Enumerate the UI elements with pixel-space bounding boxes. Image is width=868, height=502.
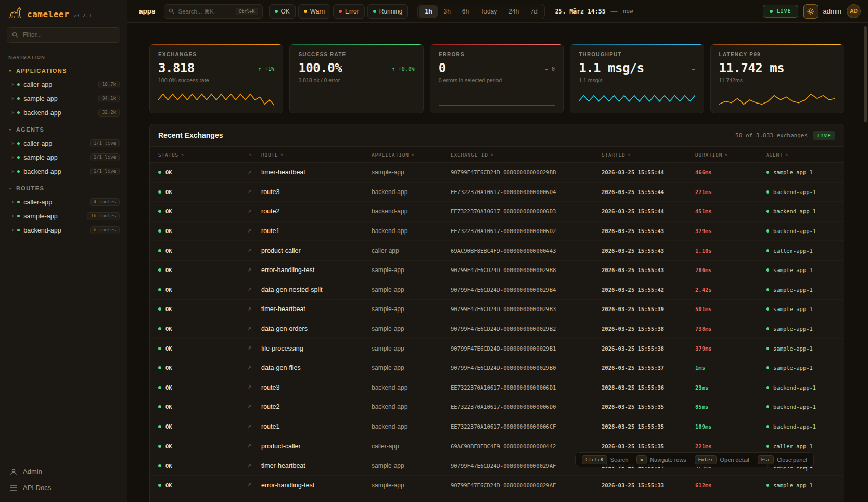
table-row[interactable]: OK↗error-handling-testsample-app90799F47… bbox=[150, 261, 844, 280]
table-row[interactable]: OK↗timer-heartbeatsample-app90799F47E6CD… bbox=[150, 163, 844, 183]
filter-chip-error[interactable]: Error bbox=[333, 4, 365, 19]
sparkline-chart bbox=[298, 91, 414, 108]
stat-card-exchanges: EXCHANGES3.818↑ +1%100.0% success rate bbox=[149, 44, 283, 113]
live-toggle-button[interactable]: LIVE bbox=[763, 5, 798, 18]
time-range-3h[interactable]: 3h bbox=[438, 5, 456, 18]
status-text: OK bbox=[165, 443, 172, 449]
agent-dot-icon bbox=[766, 327, 769, 330]
section-header-applications[interactable]: ▼APPLICATIONS bbox=[0, 61, 127, 78]
application-cell: backend-app bbox=[372, 423, 451, 430]
table-row[interactable]: OK↗route2backend-appEE7322370A10617-0000… bbox=[150, 202, 844, 222]
sidebar-item-backend-app[interactable]: ›backend-app32.2k bbox=[0, 106, 127, 120]
search-input[interactable] bbox=[177, 8, 233, 15]
sidebar-item-backend-app[interactable]: ›backend-app1/1 live bbox=[0, 164, 127, 178]
col-header-exchange-id[interactable]: EXCHANGE ID⇅ bbox=[451, 152, 602, 158]
card-trend: ↑ +0.0% bbox=[392, 66, 415, 72]
table-row[interactable]: OK↗route3backend-appEE7322370A10617-0000… bbox=[150, 495, 844, 502]
status-cell: OK bbox=[158, 482, 247, 488]
sidebar-item-sample-app[interactable]: ›sample-app16 routes bbox=[0, 209, 127, 223]
exchange-type-icon: ↗ bbox=[247, 365, 261, 371]
filter-chip-running[interactable]: Running bbox=[367, 4, 409, 19]
agent-name: backend-app-1 bbox=[773, 228, 816, 234]
status-cell: OK bbox=[158, 365, 247, 371]
item-badge: 32.2k bbox=[98, 109, 120, 117]
exchange-type-icon: ↗ bbox=[247, 482, 261, 488]
status-cell: OK bbox=[158, 423, 247, 430]
sort-icon: ⇅ bbox=[628, 152, 631, 157]
item-label: caller-app bbox=[23, 81, 95, 88]
table-row[interactable]: OK↗route1backend-appEE7322370A10617-0000… bbox=[150, 417, 844, 437]
exchange-type-icon: ↗ bbox=[247, 462, 261, 469]
table-row[interactable]: OK↗file-processingsample-app90799F47E6CD… bbox=[150, 339, 844, 358]
col-header-duration[interactable]: DURATION⇅ bbox=[695, 152, 766, 158]
status-cell: OK bbox=[158, 208, 247, 214]
status-text: OK bbox=[165, 306, 172, 312]
agent-cell: backend-app-1 bbox=[766, 384, 835, 391]
agent-dot-icon bbox=[766, 366, 769, 369]
section-header-agents[interactable]: ▼AGENTS bbox=[0, 120, 127, 136]
col-label: DURATION bbox=[695, 152, 722, 158]
sidebar-item-sample-app[interactable]: ›sample-app1/1 live bbox=[0, 150, 127, 164]
application-cell: backend-app bbox=[372, 403, 451, 410]
sidebar-filter[interactable] bbox=[7, 27, 120, 43]
table-row[interactable]: OK↗data-gen-orderssample-app90799F47E6CD… bbox=[150, 319, 844, 339]
status-cell: OK bbox=[158, 248, 247, 254]
sidebar-item-sample-app[interactable]: ›sample-app84.1k bbox=[0, 92, 127, 106]
route-cell: data-gen-files bbox=[261, 364, 372, 371]
agent-dot-icon bbox=[766, 405, 769, 408]
global-search[interactable]: Ctrl+K bbox=[164, 4, 263, 19]
time-range-1h[interactable]: 1h bbox=[419, 5, 438, 18]
exchange-type-icon: ↗ bbox=[247, 169, 261, 176]
section-header-routes[interactable]: ▼ROUTES bbox=[0, 178, 127, 195]
time-range-24h[interactable]: 24h bbox=[503, 5, 525, 18]
table-row[interactable]: OK↗route3backend-appEE7322370A10617-0000… bbox=[150, 378, 844, 398]
search-icon bbox=[12, 32, 18, 38]
table-row[interactable]: OK↗error-handling-testsample-app90799F47… bbox=[150, 476, 844, 496]
username-label: admin bbox=[823, 7, 841, 15]
time-range-7d[interactable]: 7d bbox=[525, 5, 543, 18]
table-row[interactable]: OK↗route2backend-appEE7322370A10617-0000… bbox=[150, 397, 844, 417]
item-badge: 84.1k bbox=[98, 95, 120, 102]
footer-api-docs[interactable]: API Docs bbox=[0, 480, 127, 496]
status-text: OK bbox=[165, 248, 172, 254]
duration-cell: 2.42s bbox=[695, 287, 766, 293]
col-header-route[interactable]: ROUTE⇅ bbox=[261, 152, 372, 158]
topbar: apps Ctrl+K OKWarnErrorRunning 1h3h6hTod… bbox=[127, 0, 868, 23]
filter-chip-ok[interactable]: OK bbox=[269, 4, 296, 19]
agent-dot-icon bbox=[766, 171, 769, 174]
shortcut-label: Navigate rows bbox=[650, 457, 686, 463]
time-range-6h[interactable]: 6h bbox=[456, 5, 475, 18]
col-header-started[interactable]: STARTED⇅ bbox=[602, 152, 695, 158]
agent-name: caller-app-1 bbox=[773, 248, 813, 254]
table-row[interactable]: OK↗timer-heartbeatsample-app90799F47E6CD… bbox=[150, 300, 844, 319]
time-range-today[interactable]: Today bbox=[475, 5, 503, 18]
filter-chip-warn[interactable]: Warn bbox=[298, 4, 330, 19]
col-header-icon[interactable]: ⇅ bbox=[247, 152, 261, 157]
filter-input[interactable] bbox=[22, 31, 115, 39]
sort-icon: ⇅ bbox=[249, 152, 252, 157]
card-title: ERRORS bbox=[439, 52, 555, 57]
sidebar-item-caller-app[interactable]: ›caller-app1/1 live bbox=[0, 136, 127, 150]
duration-cell: 1.10s bbox=[695, 248, 766, 254]
sidebar-item-caller-app[interactable]: ›caller-app4 routes bbox=[0, 195, 127, 209]
sidebar-item-caller-app[interactable]: ›caller-app10.7k bbox=[0, 78, 127, 92]
table-row[interactable]: OK↗route1backend-appEE7322370A10617-0000… bbox=[150, 222, 844, 241]
live-dot-icon bbox=[770, 10, 773, 13]
col-header-application[interactable]: APPLICATION⇅ bbox=[372, 152, 451, 158]
table-row[interactable]: OK↗data-gen-nested-splitsample-app90799F… bbox=[150, 280, 844, 300]
application-cell: sample-app bbox=[372, 462, 451, 469]
theme-toggle-button[interactable] bbox=[803, 4, 818, 19]
col-header-agent[interactable]: AGENT⇅ bbox=[766, 152, 835, 158]
brand: cameleer v3.2.1 bbox=[0, 0, 127, 24]
exchange-count: 50 of 3.833 exchanges bbox=[735, 132, 808, 139]
sidebar-item-backend-app[interactable]: ›backend-app6 routes bbox=[0, 223, 127, 237]
col-header-status[interactable]: STATUS⇅ bbox=[158, 152, 247, 158]
card-accent-bar bbox=[570, 44, 703, 45]
vertical-scrollbar[interactable] bbox=[864, 26, 867, 122]
footer-admin[interactable]: Admin bbox=[0, 464, 127, 480]
status-cell: OK bbox=[158, 404, 247, 410]
table-row[interactable]: OK↗product-callercaller-app69AC90BF8EBC4… bbox=[150, 241, 844, 261]
avatar[interactable]: AD bbox=[847, 4, 861, 18]
table-row[interactable]: OK↗data-gen-filessample-app90799F47E6CD2… bbox=[150, 358, 844, 378]
table-row[interactable]: OK↗route3backend-appEE7322370A10617-0000… bbox=[150, 183, 844, 202]
